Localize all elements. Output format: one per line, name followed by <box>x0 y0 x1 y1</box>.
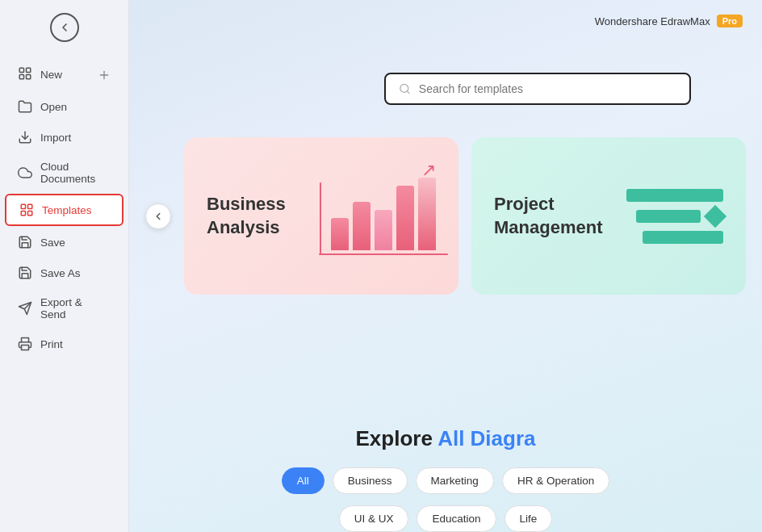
main-content: Wondershare EdrawMax Pro BusinessAnalysi… <box>129 0 762 532</box>
templates-label: Templates <box>42 204 92 216</box>
pro-badge: Pro <box>717 15 743 27</box>
svg-rect-8 <box>28 204 32 208</box>
search-bar[interactable] <box>384 73 691 105</box>
save-icon <box>18 235 32 249</box>
back-circle-icon[interactable] <box>50 13 79 42</box>
explore-highlight-text: All Diagra <box>438 426 535 450</box>
sidebar: New Open Import C <box>0 0 129 532</box>
svg-rect-7 <box>21 204 25 208</box>
sidebar-item-print[interactable]: Print <box>5 329 124 358</box>
open-label: Open <box>40 101 67 113</box>
filter-all[interactable]: All <box>282 467 324 494</box>
explore-title: Explore All Diagra <box>129 420 762 451</box>
search-icon <box>399 82 411 95</box>
user-info: Wondershare EdrawMax Pro <box>595 15 743 27</box>
card-business-label: BusinessAnalysis <box>207 193 286 239</box>
svg-rect-9 <box>21 212 25 216</box>
export-label: Export & Send <box>40 296 111 320</box>
bar2 <box>353 202 371 250</box>
svg-rect-1 <box>27 68 31 72</box>
card-business[interactable]: BusinessAnalysis ↗ <box>184 137 458 295</box>
filter-pills-row1: All Business Marketing HR & Operation <box>129 467 762 494</box>
sidebar-item-import[interactable]: Import <box>5 123 124 152</box>
cloud-icon <box>18 165 32 180</box>
import-icon <box>18 130 32 145</box>
explore-normal-text: Explore <box>355 426 432 450</box>
filter-education[interactable]: Education <box>417 505 496 532</box>
svg-rect-10 <box>28 212 32 216</box>
pm-bar2 <box>636 210 701 223</box>
sidebar-item-cloud[interactable]: Cloud Documents <box>5 153 124 192</box>
filter-pills-row2: UI & UX Education Life <box>129 505 762 532</box>
svg-rect-13 <box>22 346 29 350</box>
bar5 <box>418 178 436 250</box>
carousel: BusinessAnalysis ↗ <box>129 137 762 295</box>
business-chart: ↗ <box>331 178 436 255</box>
save-label: Save <box>40 237 65 249</box>
new-icon <box>18 66 32 83</box>
bar4 <box>396 186 414 250</box>
card-project-label: ProjectManagement <box>494 193 602 239</box>
new-label: New <box>40 69 90 81</box>
filter-business[interactable]: Business <box>333 467 408 494</box>
topbar: Wondershare EdrawMax Pro <box>129 0 762 42</box>
sidebar-item-save[interactable]: Save <box>5 228 124 257</box>
filter-life[interactable]: Life <box>505 505 553 532</box>
pm-bar3 <box>643 231 723 244</box>
search-container <box>384 73 691 105</box>
open-icon <box>18 99 32 114</box>
sidebar-item-templates[interactable]: Templates <box>5 194 124 226</box>
sidebar-item-export[interactable]: Export & Send <box>5 289 124 328</box>
app-title: Wondershare EdrawMax <box>595 15 710 27</box>
sidebar-item-new[interactable]: New <box>5 59 124 90</box>
pm-diamond <box>704 204 726 227</box>
back-button[interactable] <box>0 13 128 42</box>
print-label: Print <box>40 338 63 350</box>
cloud-label: Cloud Documents <box>40 161 111 185</box>
svg-rect-2 <box>19 75 23 79</box>
carousel-prev-button[interactable] <box>145 203 171 229</box>
svg-line-15 <box>407 91 409 94</box>
sidebar-item-saveas[interactable]: Save As <box>5 258 124 287</box>
filter-hr[interactable]: HR & Operation <box>502 467 609 494</box>
explore-section: Explore All Diagra All Business Marketin… <box>129 420 762 532</box>
filter-uiux[interactable]: UI & UX <box>339 505 409 532</box>
print-icon <box>18 337 32 351</box>
card-project[interactable]: ProjectManagement <box>471 137 746 295</box>
svg-rect-3 <box>27 75 31 79</box>
project-graphic <box>626 189 723 244</box>
saveas-label: Save As <box>40 267 81 279</box>
templates-icon <box>19 203 34 217</box>
pm-bar1 <box>626 189 723 202</box>
filter-marketing[interactable]: Marketing <box>416 467 494 494</box>
bar1 <box>331 218 349 250</box>
search-input[interactable] <box>419 82 676 95</box>
bar3 <box>375 210 392 250</box>
import-label: Import <box>40 132 71 144</box>
saveas-icon <box>18 266 32 280</box>
cards-container: BusinessAnalysis ↗ <box>184 137 746 295</box>
sidebar-item-open[interactable]: Open <box>5 92 124 121</box>
svg-rect-0 <box>19 68 23 72</box>
new-plus-icon <box>98 69 111 82</box>
export-icon <box>18 301 32 316</box>
